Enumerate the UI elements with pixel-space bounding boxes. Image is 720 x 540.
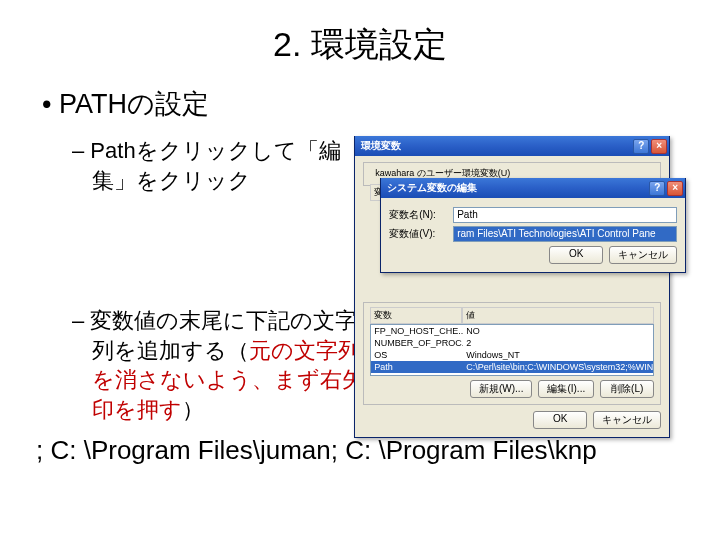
close-icon[interactable]: × xyxy=(667,181,683,196)
table-row[interactable]: NUMBER_OF_PROC...2 xyxy=(371,337,653,349)
var-value-input[interactable]: ram Files\ATI Technologies\ATI Control P… xyxy=(453,226,677,242)
close-icon[interactable]: × xyxy=(651,139,667,154)
edit-var-titlebar[interactable]: システム変数の編集 ? × xyxy=(381,178,685,198)
col-header-val-sys[interactable]: 値 xyxy=(462,307,654,324)
cell-var: FP_NO_HOST_CHE... xyxy=(371,325,463,337)
delete-button[interactable]: 削除(L) xyxy=(600,380,654,398)
cell-val: C:\Perl\site\bin;C:\WINDOWS\system32;%WI… xyxy=(463,361,653,373)
bullet-step-2-post: ） xyxy=(182,397,204,422)
edit-var-window: システム変数の編集 ? × 変数名(N): Path 変数値(V): ram F… xyxy=(380,178,686,273)
cell-var: OS xyxy=(371,349,463,361)
cell-val: 2 xyxy=(463,337,653,349)
table-row[interactable]: OSWindows_NT xyxy=(371,349,653,361)
cancel-button[interactable]: キャンセル xyxy=(593,411,661,429)
help-icon[interactable]: ? xyxy=(633,139,649,154)
cell-var: Path xyxy=(371,361,463,373)
edit-button[interactable]: 編集(I)... xyxy=(538,380,594,398)
env-vars-titlebar[interactable]: 環境変数 ? × xyxy=(355,136,669,156)
var-value-label: 変数値(V): xyxy=(389,227,447,241)
system-vars-list[interactable]: FP_NO_HOST_CHE...NO NUMBER_OF_PROC...2 O… xyxy=(370,324,654,376)
table-row-selected[interactable]: PathC:\Perl\site\bin;C:\WINDOWS\system32… xyxy=(371,361,653,373)
bullet-path-heading-text: PATHの設定 xyxy=(59,89,209,119)
help-icon[interactable]: ? xyxy=(649,181,665,196)
bullet-step-1: – Pathをクリックして「編集」をクリック xyxy=(72,136,344,195)
cell-val: NO xyxy=(463,325,653,337)
var-name-label: 変数名(N): xyxy=(389,208,447,222)
table-row[interactable]: FP_NO_HOST_CHE...NO xyxy=(371,325,653,337)
cancel-button[interactable]: キャンセル xyxy=(609,246,677,264)
bullet-step-1-text: Pathをクリックして「編集」をクリック xyxy=(90,138,340,193)
path-append-string: ; C: \Program Files\juman; C: \Program F… xyxy=(36,435,684,466)
ok-button[interactable]: OK xyxy=(533,411,587,429)
system-vars-group: 変数 値 FP_NO_HOST_CHE...NO NUMBER_OF_PROC.… xyxy=(363,302,661,405)
ok-button[interactable]: OK xyxy=(549,246,603,264)
table-row[interactable]: PATHEXT.COM;.EXE;.BAT;.CMD;.VBS;.VBE;.JS… xyxy=(371,373,653,376)
cell-var: PATHEXT xyxy=(371,373,463,376)
cell-val: Windows_NT xyxy=(463,349,653,361)
slide-title: 2. 環境設定 xyxy=(36,22,684,68)
new-button[interactable]: 新規(W)... xyxy=(470,380,532,398)
cell-val: .COM;.EXE;.BAT;.CMD;.VBS;.VBE;.JS;.WSF;.… xyxy=(463,373,653,376)
bullet-step-2: – 変数値の末尾に下記の文字列を追加する（元の文字列を消さないよう、まず右矢印を… xyxy=(72,306,372,425)
var-name-input[interactable]: Path xyxy=(453,207,677,223)
bullet-path-heading: • PATHの設定 xyxy=(42,86,684,122)
env-vars-title: 環境変数 xyxy=(361,139,401,153)
col-header-var-sys[interactable]: 変数 xyxy=(370,307,462,324)
edit-var-title: システム変数の編集 xyxy=(387,181,477,195)
cell-var: NUMBER_OF_PROC... xyxy=(371,337,463,349)
